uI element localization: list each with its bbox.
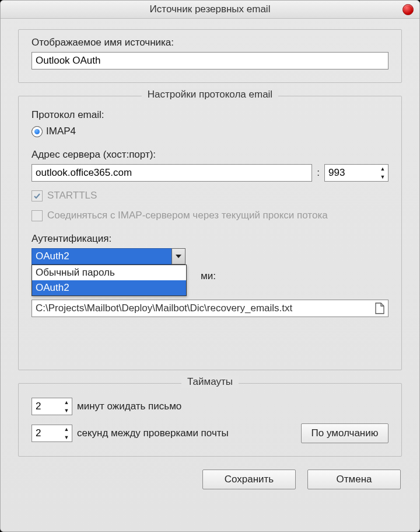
port-spin-buttons[interactable]: ▲ ▼ <box>377 165 388 181</box>
auth-area: OAuth2 Обычный пароль OAuth2 ми: <box>32 248 388 317</box>
timeouts-legend: Таймауты <box>181 376 239 388</box>
source-name-label: Отображаемое имя источника: <box>32 37 388 48</box>
server-host-input[interactable] <box>32 164 312 182</box>
auth-option-oauth2[interactable]: OAuth2 <box>32 280 186 295</box>
save-button[interactable]: Сохранить <box>202 470 296 489</box>
titlebar: Источник резервных email <box>1 1 419 19</box>
spin-down-icon[interactable]: ▼ <box>377 173 388 181</box>
cancel-button-label: Отмена <box>337 474 372 485</box>
source-name-group: Отображаемое имя источника: <box>18 29 402 83</box>
browse-file-button[interactable] <box>373 302 386 315</box>
server-port-spinbox[interactable]: ▲ ▼ <box>324 164 388 182</box>
host-port-separator: : <box>317 167 320 179</box>
server-address-row: : ▲ ▼ <box>32 164 388 182</box>
protocol-legend: Настройки протокола email <box>142 89 278 100</box>
wait-spin-buttons[interactable]: ▲ ▼ <box>61 398 72 415</box>
dialog-window: Источник резервных email Отображаемое им… <box>0 0 420 532</box>
interval-seconds-spinbox[interactable]: ▲ ▼ <box>32 425 72 442</box>
starttls-label: STARTTLS <box>47 190 97 201</box>
cancel-button[interactable]: Отмена <box>307 470 401 489</box>
spin-up-icon[interactable]: ▲ <box>61 398 72 406</box>
interval-spin-buttons[interactable]: ▲ ▼ <box>61 425 72 441</box>
interval-label: секунд между проверками почты <box>77 427 296 439</box>
auth-combobox[interactable]: OAuth2 Обычный пароль OAuth2 <box>32 248 186 265</box>
window-title: Источник резервных email <box>150 4 271 15</box>
proxy-label: Соединяться с IMAP-сервером через текущи… <box>47 210 328 221</box>
spin-down-icon[interactable]: ▼ <box>61 433 72 441</box>
starttls-checkbox[interactable] <box>32 190 43 201</box>
timeouts-group: Таймауты ▲ ▼ минут ожидать письмо ▲ ▼ <box>18 383 402 457</box>
auth-selected-value[interactable]: OAuth2 <box>32 248 186 265</box>
wait-row: ▲ ▼ минут ожидать письмо <box>32 398 388 415</box>
proxy-checkbox[interactable] <box>32 210 43 221</box>
proxy-row: Соединяться с IMAP-сервером через текущи… <box>32 210 388 221</box>
spin-down-icon[interactable]: ▼ <box>61 406 72 415</box>
content-area: Отображаемое имя источника: Настройки пр… <box>1 19 419 501</box>
wait-label: минут ожидать письмо <box>77 401 181 412</box>
spin-up-icon[interactable]: ▲ <box>377 165 388 173</box>
file-label-partial: ми: <box>201 270 216 282</box>
check-icon <box>33 192 41 200</box>
source-name-input[interactable] <box>32 52 388 69</box>
starttls-row: STARTTLS <box>32 190 388 201</box>
dialog-footer: Сохранить Отмена <box>18 470 402 489</box>
protocol-settings-group: Настройки протокола email Протокол email… <box>18 96 402 370</box>
defaults-button-label: По умолчанию <box>312 427 379 439</box>
recovery-file-input[interactable] <box>32 300 388 317</box>
auth-option-plain[interactable]: Обычный пароль <box>32 265 186 280</box>
protocol-value-label: IMAP4 <box>46 126 76 137</box>
auth-dropdown-popup: Обычный пароль OAuth2 <box>32 265 187 296</box>
protocol-imap4-radio[interactable]: IMAP4 <box>32 126 76 137</box>
defaults-button[interactable]: По умолчанию <box>301 423 388 443</box>
file-icon <box>374 302 385 314</box>
radio-dot-icon <box>32 126 43 137</box>
save-button-label: Сохранить <box>225 474 274 485</box>
auth-label: Аутентификация: <box>32 233 388 245</box>
close-button[interactable] <box>402 4 414 15</box>
spin-up-icon[interactable]: ▲ <box>61 425 72 433</box>
server-address-label: Адрес сервера (хост:порт): <box>32 149 388 161</box>
interval-row: ▲ ▼ секунд между проверками почты По умо… <box>32 423 388 443</box>
protocol-label: Протокол email: <box>32 109 388 121</box>
auth-dropdown-button[interactable] <box>172 248 186 265</box>
wait-minutes-spinbox[interactable]: ▲ ▼ <box>32 398 72 415</box>
